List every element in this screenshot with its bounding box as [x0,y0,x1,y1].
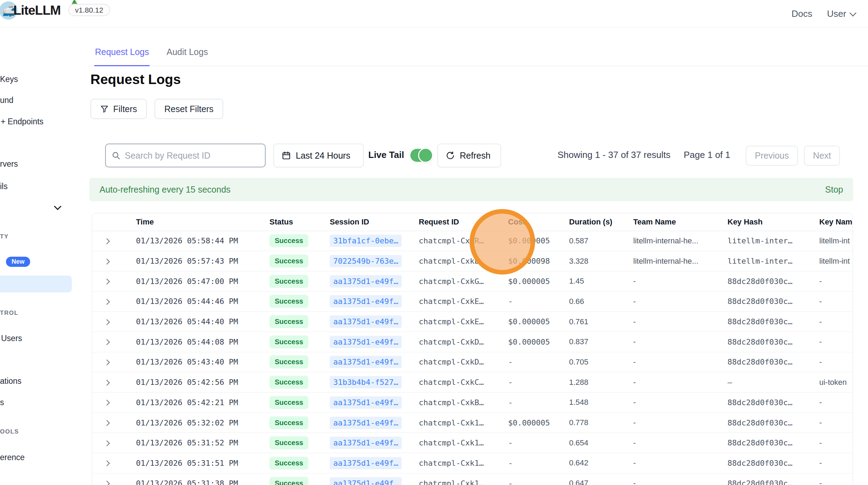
expand-row-button[interactable] [92,251,136,271]
tab-request-logs[interactable]: Request Logs [94,43,150,66]
expand-row-button[interactable] [92,271,136,291]
expand-row-button[interactable] [92,433,136,453]
cell-request-id: chatcmpl-CxkC… [419,372,508,393]
sidebar-item-guardrails[interactable]: ils [0,182,8,191]
expand-row-button[interactable] [92,453,136,473]
user-menu[interactable]: User [827,8,855,19]
expand-row-button[interactable] [92,312,136,332]
sidebar-item-models-endpoints[interactable]: + Endpoints [1,117,43,126]
session-id-link[interactable]: 7022549b-763e… [330,255,402,267]
refresh-button-label: Refresh [460,151,491,161]
expand-row-button[interactable] [92,372,136,393]
status-badge: Success [269,396,308,409]
sidebar-item-organizations[interactable]: ations [0,376,21,386]
session-id-link[interactable]: aa1375d1-e49f… [330,356,402,368]
tab-audit-logs[interactable]: Audit Logs [166,43,209,66]
session-id-link[interactable]: aa1375d1-e49f… [330,295,402,307]
live-tail-toggle[interactable] [410,149,432,162]
expand-row-button[interactable] [92,473,136,485]
chevron-right-icon [104,299,110,305]
session-id-link[interactable]: aa1375d1-e49f… [330,316,402,328]
session-id-link[interactable]: aa1375d1-e49f… [330,275,402,287]
cell-status: Success [269,251,330,271]
cell-key-hash: litellm-inter… [727,231,819,251]
cell-cost: - [508,453,569,473]
status-badge: Success [269,315,308,328]
time-range-button[interactable]: Last 24 Hours [273,144,364,167]
expand-row-button[interactable] [92,231,136,251]
cell-time: 01/13/2026 05:43:40 PM [136,352,269,372]
expand-row-button[interactable] [92,291,136,312]
refresh-button[interactable]: Refresh [437,144,501,167]
auto-refresh-banner: Auto-refreshing every 15 seconds Stop [89,178,853,201]
sidebar-item-playground[interactable]: und [0,96,13,105]
time-range-label: Last 24 Hours [296,151,350,161]
reset-filters-button[interactable]: Reset Filters [155,99,223,119]
cell-team-name: - [633,393,727,413]
expand-row-button[interactable] [92,393,136,413]
cell-key-hash: 88dc28d0f030c… [727,433,819,453]
expand-row-button[interactable] [92,352,136,372]
cell-duration: 1.288 [569,372,633,393]
cell-duration: 1.548 [569,393,633,413]
cell-key-name: - [819,393,853,413]
column-header: Status [269,213,330,231]
cell-time: 01/13/2026 05:42:56 PM [136,372,269,393]
cell-session-id: aa1375d1-e49f… [330,413,419,433]
sidebar-item-internal-users[interactable]: Users [1,334,22,343]
funnel-icon [100,105,109,113]
cell-status: Success [269,271,330,291]
results-summary: Showing 1 - 37 of 37 results [558,150,670,160]
expand-row-button[interactable] [92,413,136,433]
cell-session-id: aa1375d1-e49f… [330,352,419,372]
docs-link[interactable]: Docs [792,8,812,19]
sidebar-item-virtual-keys[interactable]: Keys [0,75,18,84]
session-id-link[interactable]: 31b3b4b4-f527… [330,376,402,388]
cell-duration: 0.705 [569,352,633,372]
cell-time: 01/13/2026 05:31:52 PM [136,433,269,453]
cell-time: 01/13/2026 05:58:44 PM [136,231,269,251]
column-header: Session ID [330,213,419,231]
session-id-link[interactable]: aa1375d1-e49f… [330,457,402,469]
next-page-button[interactable]: Next [804,146,840,166]
cell-request-id: chatcmpl-CxkE… [419,312,508,332]
search-input[interactable] [125,151,259,161]
cell-duration: 1.45 [569,271,633,291]
status-badge: Success [269,416,308,429]
stop-auto-refresh-link[interactable]: Stop [825,185,843,195]
column-header: Request ID [419,213,508,231]
cell-duration: 3.328 [569,251,633,271]
sidebar-item-teams[interactable]: s [0,398,4,407]
cell-session-id: 7022549b-763e… [330,251,419,271]
search-box[interactable] [105,144,266,167]
sidebar-collapse-chevron-icon[interactable] [54,203,61,210]
cell-key-hash: 88dc28d0f030c… [727,393,819,413]
cell-status: Success [269,413,330,433]
sidebar-item-inference[interactable]: erence [0,453,25,462]
cell-duration: 0.654 [569,433,633,453]
cell-cost: $0.000005 [508,312,569,332]
session-id-link[interactable]: aa1375d1-e49f… [330,396,402,409]
sidebar-item-logs-active[interactable] [0,276,72,292]
cell-session-id: aa1375d1-e49f… [330,453,419,473]
cell-key-name: - [819,352,853,372]
cell-request-id: chatcmpl-CxkR… [419,231,508,251]
session-id-link[interactable]: aa1375d1-e49f… [330,336,402,348]
session-id-link[interactable]: 31bfa1cf-0ebe… [330,235,402,247]
logs-table: TimeStatusSession IDRequest IDCostDurati… [92,213,853,485]
session-id-link[interactable]: aa1375d1-e49f… [330,417,402,429]
table-row: 01/13/2026 05:58:44 PMSuccess31bfa1cf-0e… [92,231,853,251]
previous-page-button[interactable]: Previous [746,146,798,166]
filters-button[interactable]: Filters [90,99,147,119]
cell-request-id: chatcmpl-CxkE… [419,291,508,312]
expand-row-button[interactable] [92,332,136,352]
cell-key-hash: litellm-inter… [727,251,819,271]
cell-duration: 0.647 [569,473,633,485]
cell-key-hash: 88dc28d0f030c… [727,332,819,352]
session-id-link[interactable]: aa1375d1-e49f… [330,477,402,485]
cell-team-name: - [633,433,727,453]
table-row: 01/13/2026 05:57:43 PMSuccess7022549b-76… [92,251,853,271]
session-id-link[interactable]: aa1375d1-e49f… [330,437,402,449]
chevron-right-icon [104,258,110,264]
sidebar-item-mcp-servers[interactable]: rvers [0,159,18,169]
